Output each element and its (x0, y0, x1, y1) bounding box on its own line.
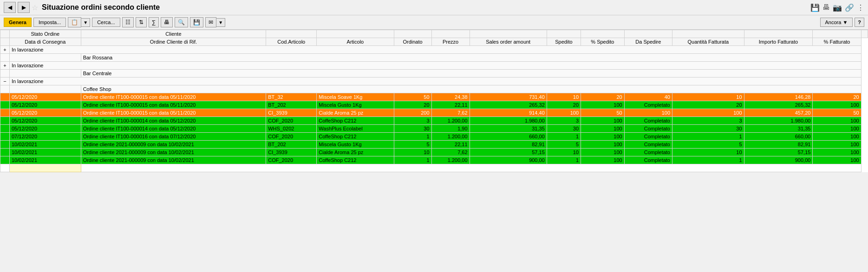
group-cliente-row: Bar Centrale (0, 70, 868, 78)
table-row: 10/02/2021 Ordine cliente 2021-000009 co… (0, 141, 868, 149)
top-right-icons: 💾 🖶 📷 🔗 ⋮ (810, 3, 864, 12)
group-cliente-row: Bar Rossana (0, 54, 868, 62)
expand-cell[interactable]: − (0, 78, 10, 85)
more-icon[interactable]: ⋮ (857, 3, 864, 12)
expand-icon[interactable]: + (3, 63, 6, 68)
row-cod: COF_2020 (266, 133, 317, 141)
sort-icon-button[interactable]: ⇅ (136, 17, 147, 27)
header-pct-fatt: % Fatturato (813, 38, 861, 46)
row-ordinato: 10 (394, 149, 431, 156)
row-imp-fatt: 82,91 (744, 141, 813, 149)
row-pct-spedito: 50 (581, 109, 625, 117)
row-da-spedire: Completato (624, 125, 672, 133)
row-pct-spedito: 100 (581, 101, 625, 109)
forward-button[interactable]: ▶ (18, 2, 30, 13)
row-prezzo: 1.200,00 (431, 117, 470, 125)
row-spedito: 1 (547, 156, 581, 164)
row-ordinato: 200 (394, 109, 431, 117)
group-cliente-row: Coffee Shop (0, 85, 868, 93)
header-ordine-empty (266, 30, 317, 38)
table-row: 05/12/2020 Ordine cliente IT100-000014 c… (0, 117, 868, 125)
help-button[interactable]: ? (855, 18, 864, 27)
header-ordinato: Ordinato (394, 38, 431, 46)
row-prezzo: 24,38 (431, 93, 470, 101)
row-article: Miscela Soave 1Kg (317, 93, 394, 101)
row-article: CoffeShop C212 (317, 117, 394, 125)
export-icon-button[interactable]: 💾 (190, 17, 203, 27)
footer-empty-cell[interactable] (10, 164, 81, 172)
row-expand-cell (0, 125, 10, 133)
row-ordinato: 1 (394, 133, 431, 141)
row-pct-fatt: 20 (813, 93, 861, 101)
list-icon-button[interactable]: ☷ (122, 17, 134, 27)
imposta-button[interactable]: Imposta... (33, 18, 66, 27)
print2-icon-button[interactable]: 🖶 (161, 17, 173, 27)
row-qty-fatt: 1 (672, 133, 744, 141)
ancora-dropdown[interactable]: Ancora ▼ (820, 18, 853, 27)
sum-icon-button[interactable]: ∑ (149, 17, 159, 27)
ancora-label: Ancora (825, 19, 842, 25)
group-cliente-label (10, 85, 81, 93)
print-icon[interactable]: 🖶 (822, 3, 830, 12)
back-button[interactable]: ◀ (4, 2, 16, 13)
copy-dropdown: 📋 ▼ (68, 17, 90, 27)
expand-icon[interactable]: + (3, 47, 6, 52)
row-date: 05/12/2020 (10, 101, 81, 109)
row-spedito: 10 (547, 149, 581, 156)
header-articolo: Articolo (317, 38, 394, 46)
genera-button[interactable]: Genera (4, 18, 32, 27)
table-row: 05/12/2020 Ordine cliente IT100-000015 c… (0, 109, 868, 117)
cerca-button[interactable]: Cerca... (92, 18, 120, 27)
header-prezzo-empty (470, 30, 547, 38)
row-spedito: 1 (547, 133, 581, 141)
row-order: Ordine cliente IT100-000014 con data 05/… (81, 117, 266, 125)
row-imp-fatt: 265,32 (744, 101, 813, 109)
row-prezzo: 1.200,00 (431, 133, 470, 141)
row-date: 05/12/2020 (10, 109, 81, 117)
screenshot-icon[interactable]: 📷 (833, 3, 842, 12)
row-da-spedire: Completato (624, 101, 672, 109)
header-data-consegna: Data di Consegna (10, 38, 81, 46)
copy-button[interactable]: 📋 (68, 17, 81, 27)
row-spedito: 3 (547, 117, 581, 125)
row-ordinato: 50 (394, 93, 431, 101)
row-pct-fatt: 100 (813, 149, 861, 156)
row-ordinato: 5 (394, 141, 431, 149)
main-table-container: Stato Ordine Cliente Data di Consegna Or… (0, 30, 868, 172)
bookmark-button[interactable]: ☆ (32, 3, 38, 12)
group-stato-row: + In lavorazione (0, 46, 868, 54)
row-expand-cell (0, 117, 10, 125)
group-cliente-value: Bar Centrale (81, 70, 861, 78)
header-spedito: Spedito (547, 38, 581, 46)
row-pct-fatt: 100 (813, 141, 861, 149)
collapse-icon[interactable]: − (3, 78, 6, 84)
row-spedito: 10 (547, 93, 581, 101)
header-spedito-empty (581, 30, 625, 38)
expand-cell2 (0, 70, 10, 78)
row-imp-fatt: 57,15 (744, 149, 813, 156)
copy-dropdown-arrow[interactable]: ▼ (81, 18, 90, 27)
email-dropdown-arrow[interactable]: ▼ (216, 18, 225, 27)
row-expand-cell (0, 101, 10, 109)
link-icon[interactable]: 🔗 (845, 3, 854, 12)
save-icon[interactable]: 💾 (810, 3, 820, 12)
expand-col2 (0, 38, 10, 46)
row-expand-cell (0, 93, 10, 101)
row-qty-fatt: 30 (672, 125, 744, 133)
row-cod: CI_3939 (266, 109, 317, 117)
email-button[interactable]: ✉ (205, 17, 216, 27)
row-cod: COF_2020 (266, 156, 317, 164)
expand-cell[interactable]: + (0, 62, 10, 70)
search2-icon-button[interactable]: 🔍 (175, 17, 188, 27)
row-da-spedire: Completato (624, 133, 672, 141)
row-imp-fatt: 1.980,00 (744, 117, 813, 125)
row-article: CoffeShop C212 (317, 133, 394, 141)
expand-cell[interactable]: + (0, 46, 10, 54)
row-prezzo: 1.200,00 (431, 156, 470, 164)
header-cliente: Cliente (81, 30, 266, 38)
header-row-2: Data di Consegna Ordine Cliente di Rif. … (0, 38, 868, 46)
header-imp-fatt: Importo Fatturato (744, 38, 813, 46)
row-order: Ordine cliente IT100-000016 con data 07/… (81, 133, 266, 141)
header-cod-articolo: Cod.Articolo (266, 38, 317, 46)
header-pct-spedito: % Spedito (581, 38, 625, 46)
